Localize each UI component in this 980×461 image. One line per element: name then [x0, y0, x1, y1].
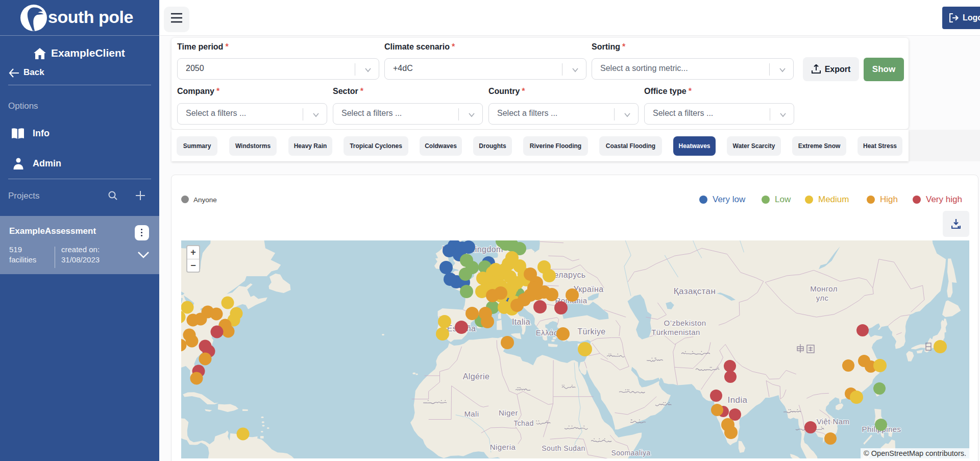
svg-text:Nigeria: Nigeria — [490, 443, 516, 451]
svg-text:Soomaaliya: Soomaaliya — [611, 449, 650, 457]
svg-text:India: India — [728, 395, 748, 405]
svg-text:Türkmenistan: Türkmenistan — [651, 328, 700, 336]
svg-text:Việt Nam: Việt Nam — [817, 417, 850, 426]
svg-text:Монгол: Монгол — [810, 284, 838, 293]
svg-text:Niger: Niger — [499, 408, 518, 417]
svg-text:South Sudan: South Sudan — [542, 444, 585, 452]
svg-text:Italia: Italia — [512, 318, 530, 326]
svg-text:Türkiye: Türkiye — [577, 327, 605, 336]
svg-text:Algérie: Algérie — [463, 372, 490, 381]
svg-text:Tchad: Tchad — [513, 419, 533, 427]
svg-text:улс: улс — [816, 294, 829, 302]
svg-text:Қазақстан: Қазақстан — [674, 286, 716, 296]
svg-text:Mali: Mali — [464, 409, 479, 418]
svg-text:Ελλάς: Ελλάς — [536, 328, 558, 337]
svg-text:O’zbekiston: O’zbekiston — [664, 319, 706, 327]
